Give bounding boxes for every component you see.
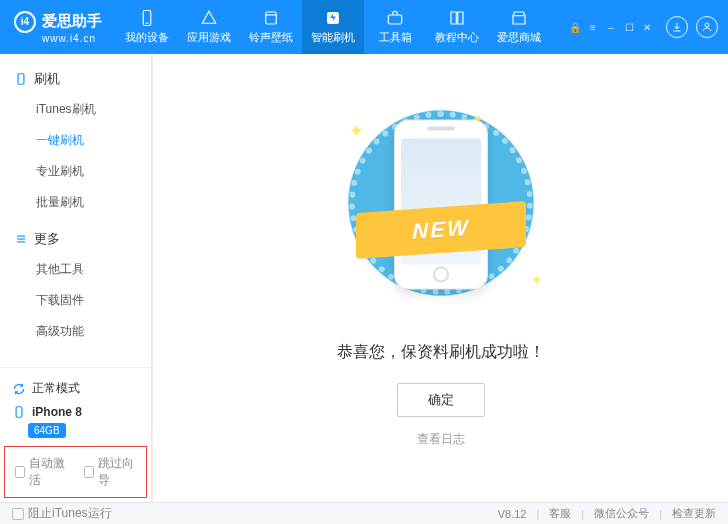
- device-name-row[interactable]: iPhone 8: [10, 401, 141, 423]
- checkbox-icon: [12, 508, 24, 520]
- view-log-link[interactable]: 查看日志: [417, 431, 465, 448]
- app-subtitle: www.i4.cn: [42, 33, 102, 44]
- sidebar-item-pro-flash[interactable]: 专业刷机: [0, 156, 151, 187]
- status-bar: 阻止iTunes运行 V8.12 | 客服 | 微信公众号 | 检查更新: [0, 502, 728, 524]
- nav-tutorial[interactable]: 教程中心: [426, 0, 488, 54]
- sidebar-item-download-firmware[interactable]: 下载固件: [0, 285, 151, 316]
- checkbox-skip-wizard[interactable]: 跳过向导: [84, 455, 137, 489]
- user-button[interactable]: [696, 16, 718, 38]
- version-label: V8.12: [498, 508, 527, 520]
- phone-icon: [138, 9, 156, 27]
- logo-block: i4 爱思助手 www.i4.cn: [0, 0, 116, 54]
- sidebar-item-batch-flash[interactable]: 批量刷机: [0, 187, 151, 218]
- svg-rect-4: [388, 15, 402, 24]
- app-body: 刷机 iTunes刷机 一键刷机 专业刷机 批量刷机 更多 其他工具 下载固件 …: [0, 54, 728, 502]
- nav-label: 我的设备: [125, 30, 169, 45]
- confirm-button[interactable]: 确定: [397, 383, 485, 417]
- svg-rect-10: [16, 407, 22, 418]
- sidebar-item-advanced[interactable]: 高级功能: [0, 316, 151, 347]
- window-close-icon[interactable]: ✕: [640, 20, 654, 34]
- window-menu-icon[interactable]: ≡: [586, 20, 600, 34]
- checkbox-block-itunes[interactable]: 阻止iTunes运行: [12, 505, 112, 522]
- flash-icon: [324, 9, 342, 27]
- top-nav: 我的设备 应用游戏 铃声壁纸 智能刷机 工具箱 教程中心 爱思商城: [116, 0, 568, 54]
- wechat-link[interactable]: 微信公众号: [594, 506, 649, 521]
- window-maximize-icon[interactable]: ☐: [622, 20, 636, 34]
- sidebar-item-other-tools[interactable]: 其他工具: [0, 254, 151, 285]
- menu-icon: [14, 232, 28, 246]
- checkbox-icon: [84, 466, 94, 478]
- music-icon: [262, 9, 280, 27]
- window-minimize-icon[interactable]: –: [604, 20, 618, 34]
- device-mode-row[interactable]: 正常模式: [10, 376, 141, 401]
- toolbox-icon: [386, 9, 404, 27]
- svg-rect-2: [266, 12, 277, 24]
- download-button[interactable]: [666, 16, 688, 38]
- checkbox-icon: [15, 466, 25, 478]
- svg-rect-6: [18, 74, 24, 85]
- check-update-link[interactable]: 检查更新: [672, 506, 716, 521]
- header-right: 🔒 ≡ – ☐ ✕: [568, 0, 728, 54]
- nav-label: 应用游戏: [187, 30, 231, 45]
- book-icon: [448, 9, 466, 27]
- sidebar-item-onekey-flash[interactable]: 一键刷机: [0, 125, 151, 156]
- nav-apps-games[interactable]: 应用游戏: [178, 0, 240, 54]
- app-title: 爱思助手: [42, 12, 102, 31]
- app-header: i4 爱思助手 www.i4.cn 我的设备 应用游戏 铃声壁纸 智能刷机 工具…: [0, 0, 728, 54]
- sidebar-section-flash: 刷机: [0, 64, 151, 94]
- nav-smart-flash[interactable]: 智能刷机: [302, 0, 364, 54]
- nav-toolbox[interactable]: 工具箱: [364, 0, 426, 54]
- nav-label: 铃声壁纸: [249, 30, 293, 45]
- phone-outline-icon: [14, 72, 28, 86]
- new-ribbon: NEW: [356, 207, 526, 253]
- sparkle-icon: ✦: [349, 120, 364, 142]
- bottom-checks-highlight: 自动激活 跳过向导: [4, 446, 147, 498]
- window-controls: 🔒 ≡ – ☐ ✕: [568, 20, 654, 34]
- nav-my-device[interactable]: 我的设备: [116, 0, 178, 54]
- success-message: 恭喜您，保资料刷机成功啦！: [337, 342, 545, 363]
- sparkle-icon: ✦: [531, 272, 543, 288]
- nav-store[interactable]: 爱思商城: [488, 0, 550, 54]
- nav-label: 爱思商城: [497, 30, 541, 45]
- window-lock-icon[interactable]: 🔒: [568, 20, 582, 34]
- svg-point-5: [705, 23, 709, 27]
- storage-badge: 64GB: [28, 423, 66, 438]
- nav-ringtone[interactable]: 铃声壁纸: [240, 0, 302, 54]
- support-link[interactable]: 客服: [549, 506, 571, 521]
- checkbox-auto-activate[interactable]: 自动激活: [15, 455, 68, 489]
- nav-label: 教程中心: [435, 30, 479, 45]
- apps-icon: [200, 9, 218, 27]
- sidebar-item-itunes-flash[interactable]: iTunes刷机: [0, 94, 151, 125]
- refresh-icon: [12, 382, 26, 396]
- sidebar-bottom: 正常模式 iPhone 8 64GB: [0, 367, 151, 446]
- sidebar: 刷机 iTunes刷机 一键刷机 专业刷机 批量刷机 更多 其他工具 下载固件 …: [0, 54, 152, 502]
- store-icon: [510, 9, 528, 27]
- phone-small-icon: [12, 405, 26, 419]
- sidebar-section-more: 更多: [0, 224, 151, 254]
- logo-icon: i4: [14, 11, 36, 33]
- success-illustration: ✦ ✦ ✦ NEW: [331, 108, 551, 318]
- nav-label: 工具箱: [379, 30, 412, 45]
- nav-label: 智能刷机: [311, 30, 355, 45]
- main-content: ✦ ✦ ✦ NEW 恭喜您，保资料刷机成功啦！ 确定 查看日志: [152, 54, 728, 502]
